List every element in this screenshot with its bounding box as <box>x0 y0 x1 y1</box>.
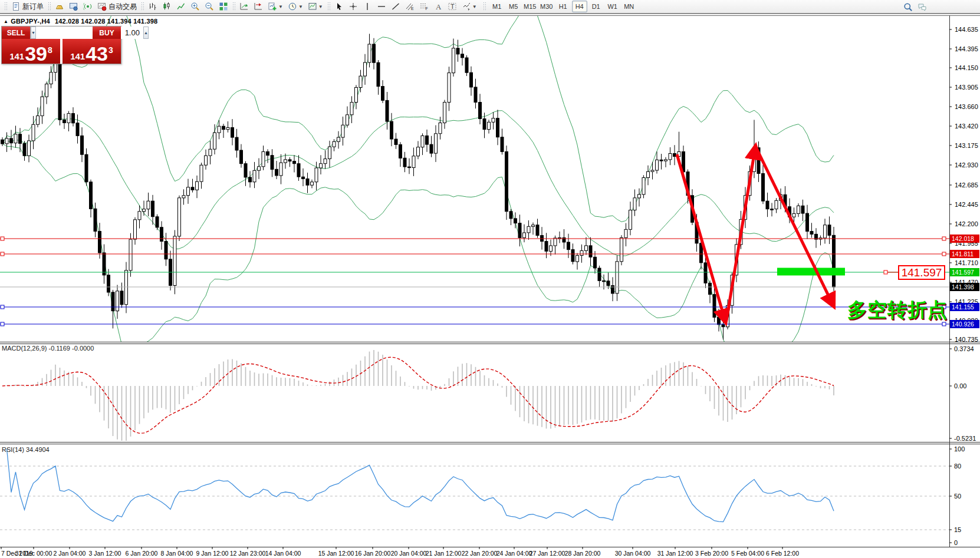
time-axis-label: 30 Jan 04:00 <box>615 550 651 557</box>
new-order-button[interactable]: 新订单 <box>9 1 45 12</box>
line-chart-mode-button[interactable] <box>175 1 188 12</box>
svg-text:T: T <box>450 3 455 10</box>
timeframe-m1-button[interactable]: M1 <box>489 1 505 12</box>
price-box-anchor <box>884 270 898 274</box>
caret-down-icon[interactable]: ▼ <box>472 4 477 9</box>
macd-axis-label: 0.3734 <box>954 345 974 352</box>
volume-increase-button[interactable]: ▲ <box>143 27 149 39</box>
timeframe-d1-button[interactable]: D1 <box>588 1 604 12</box>
sell-button[interactable]: SELL <box>2 27 30 39</box>
price-axis-label: 144.635 <box>955 26 978 33</box>
symbol-collapse-icon[interactable]: ▲ <box>4 19 8 24</box>
highlight-bar[interactable] <box>777 268 845 276</box>
time-axis-label: 8 Jan 04:00 <box>161 550 193 557</box>
time-axis-label: 6 Jan 20:00 <box>126 550 158 557</box>
chart-shift-button[interactable] <box>252 1 265 12</box>
symbol-name: GBPJPY-,H4 <box>11 18 50 25</box>
horizontal-line-button[interactable] <box>375 1 388 12</box>
trendline-button[interactable] <box>389 1 402 12</box>
arrows-icon <box>462 2 471 11</box>
candlesticks[interactable] <box>1 34 836 339</box>
ohlc-quotes: 142.028 142.028 141.394 141.398 <box>55 18 157 25</box>
indicators-icon <box>268 2 277 11</box>
auto-scroll-button[interactable] <box>238 1 251 12</box>
price-axis-label: 142.930 <box>955 161 978 169</box>
search-icon <box>903 2 913 12</box>
buy-price-button[interactable]: 141 43 3 <box>63 39 121 64</box>
buy-button[interactable]: BUY <box>93 27 121 39</box>
time-axis-label: 20 Jan 04:00 <box>391 550 427 557</box>
price-axis-label: 143.420 <box>955 123 978 130</box>
toolbar-group-handle <box>327 2 330 11</box>
annotation-text-cn[interactable]: 多空转折点 <box>847 297 948 323</box>
new-order-label: 新订单 <box>22 2 44 12</box>
zoom-out-button[interactable] <box>203 1 216 12</box>
timeframe-h4-button[interactable]: H4 <box>572 1 587 12</box>
right-axis: 144.635144.395144.150143.905143.660143.4… <box>949 26 979 546</box>
chart-area[interactable]: 144.635144.395144.150143.905143.660143.4… <box>0 15 980 558</box>
fibonacci-button[interactable]: F <box>417 1 430 12</box>
price-axis-badge: 141.398 <box>952 283 974 290</box>
timeframe-m5-button[interactable]: M5 <box>506 1 521 12</box>
volume-decrease-button[interactable]: ▼ <box>31 27 36 39</box>
search-button[interactable] <box>902 1 915 13</box>
text-button[interactable]: A <box>432 1 445 12</box>
autotrade-icon <box>97 2 107 11</box>
barchart-icon <box>148 2 157 11</box>
sell-price-base: 141 <box>9 52 24 61</box>
buy-price-big: 43 <box>85 46 108 62</box>
price-axis-label: 143.175 <box>955 142 978 149</box>
timeframe-mn-button[interactable]: MN <box>621 1 637 12</box>
timeframe-m15-button[interactable]: M15 <box>522 1 538 12</box>
price-axis-label: 143.660 <box>955 103 978 110</box>
indicators-button[interactable]: ▼ <box>266 1 285 12</box>
gold-button[interactable] <box>53 1 66 12</box>
periods-button[interactable]: ▼ <box>286 1 305 12</box>
sell-price-button[interactable]: 141 39 8 <box>2 39 60 64</box>
chat-button[interactable] <box>916 1 929 13</box>
crosshair-button[interactable] <box>347 1 360 12</box>
bar-chart-mode-button[interactable] <box>146 1 159 12</box>
hline-icon <box>377 2 386 11</box>
rsi-axis-label: 80 <box>954 463 961 470</box>
volume-input[interactable] <box>36 27 143 39</box>
text-label-button[interactable]: T <box>446 1 459 12</box>
main-toolbar: 新订单自动交易▼▼▼EFAT▼M1M5M15M30H1H4D1W1MN <box>0 0 980 14</box>
caret-down-icon[interactable]: ▼ <box>318 4 323 9</box>
linechart-icon <box>176 2 186 11</box>
timeframe-h1-button[interactable]: H1 <box>555 1 571 12</box>
chart-canvas[interactable]: 144.635144.395144.150143.905143.660143.4… <box>0 15 980 558</box>
tile-windows-button[interactable] <box>217 1 230 12</box>
price-annotation-box[interactable]: 141.597 <box>898 265 945 280</box>
arrows-button[interactable]: ▼ <box>460 1 479 12</box>
time-axis-label: 31 Jan 12:00 <box>657 550 693 557</box>
vertical-line-button[interactable] <box>361 1 374 12</box>
vline-icon <box>363 2 372 11</box>
price-axis-badge: 141.811 <box>952 250 974 257</box>
clock-icon <box>288 2 297 11</box>
time-axis[interactable]: 7 Dec 201931 Dec 00:002 Jan 04:003 Jan 1… <box>1 547 799 557</box>
macd-plot <box>2 350 834 441</box>
caret-down-icon[interactable]: ▼ <box>278 4 283 9</box>
terminal-button[interactable] <box>67 1 80 12</box>
zigzag-arrows[interactable] <box>677 147 833 321</box>
document-icon <box>11 2 21 11</box>
sell-price-big: 39 <box>25 46 47 62</box>
timeframe-w1-button[interactable]: W1 <box>605 1 620 12</box>
timeframe-m30-button[interactable]: M30 <box>539 1 554 12</box>
caret-down-icon[interactable]: ▼ <box>298 4 303 9</box>
templates-button[interactable]: ▼ <box>306 1 325 12</box>
buy-price-sup: 3 <box>108 46 113 54</box>
rsi-axis-label: 15 <box>954 526 961 533</box>
equidistant-channel-button[interactable]: E <box>403 1 416 12</box>
zoom-in-button[interactable] <box>189 1 202 12</box>
price-axis-label: 142.445 <box>955 201 978 208</box>
rsi-plot <box>0 449 949 530</box>
fibo-icon: F <box>419 2 429 11</box>
candlestick-mode-button[interactable] <box>160 1 173 12</box>
signals-button[interactable] <box>81 1 94 12</box>
toolbar-group-handle <box>141 2 144 11</box>
time-axis-label: 14 Jan 04:00 <box>265 550 301 557</box>
auto-trading-button[interactable]: 自动交易 <box>96 1 139 12</box>
cursor-button[interactable] <box>333 1 346 12</box>
